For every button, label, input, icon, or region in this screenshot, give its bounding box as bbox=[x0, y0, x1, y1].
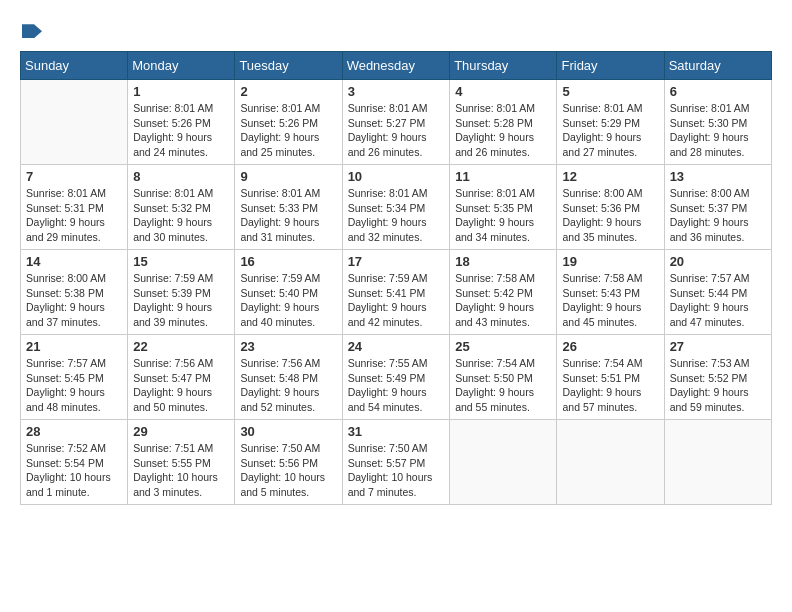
day-info: Sunrise: 8:00 AMSunset: 5:37 PMDaylight:… bbox=[670, 186, 766, 245]
calendar-day-cell: 19Sunrise: 7:58 AMSunset: 5:43 PMDayligh… bbox=[557, 250, 664, 335]
calendar-day-cell: 11Sunrise: 8:01 AMSunset: 5:35 PMDayligh… bbox=[450, 165, 557, 250]
calendar-day-cell: 9Sunrise: 8:01 AMSunset: 5:33 PMDaylight… bbox=[235, 165, 342, 250]
day-number: 31 bbox=[348, 424, 445, 439]
calendar-day-cell: 10Sunrise: 8:01 AMSunset: 5:34 PMDayligh… bbox=[342, 165, 450, 250]
calendar-day-cell bbox=[21, 80, 128, 165]
day-header-sunday: Sunday bbox=[21, 52, 128, 80]
calendar-day-cell: 7Sunrise: 8:01 AMSunset: 5:31 PMDaylight… bbox=[21, 165, 128, 250]
day-header-tuesday: Tuesday bbox=[235, 52, 342, 80]
calendar-day-cell: 13Sunrise: 8:00 AMSunset: 5:37 PMDayligh… bbox=[664, 165, 771, 250]
day-number: 16 bbox=[240, 254, 336, 269]
calendar-day-cell: 29Sunrise: 7:51 AMSunset: 5:55 PMDayligh… bbox=[128, 420, 235, 505]
day-number: 1 bbox=[133, 84, 229, 99]
day-info: Sunrise: 7:58 AMSunset: 5:43 PMDaylight:… bbox=[562, 271, 658, 330]
day-header-monday: Monday bbox=[128, 52, 235, 80]
calendar-day-cell bbox=[450, 420, 557, 505]
calendar-day-cell: 24Sunrise: 7:55 AMSunset: 5:49 PMDayligh… bbox=[342, 335, 450, 420]
day-number: 23 bbox=[240, 339, 336, 354]
calendar-day-cell: 20Sunrise: 7:57 AMSunset: 5:44 PMDayligh… bbox=[664, 250, 771, 335]
day-number: 22 bbox=[133, 339, 229, 354]
logo bbox=[20, 20, 42, 41]
day-number: 18 bbox=[455, 254, 551, 269]
day-number: 14 bbox=[26, 254, 122, 269]
day-info: Sunrise: 8:01 AMSunset: 5:35 PMDaylight:… bbox=[455, 186, 551, 245]
calendar-day-cell: 26Sunrise: 7:54 AMSunset: 5:51 PMDayligh… bbox=[557, 335, 664, 420]
calendar-day-cell: 22Sunrise: 7:56 AMSunset: 5:47 PMDayligh… bbox=[128, 335, 235, 420]
day-header-saturday: Saturday bbox=[664, 52, 771, 80]
day-number: 13 bbox=[670, 169, 766, 184]
day-info: Sunrise: 7:59 AMSunset: 5:39 PMDaylight:… bbox=[133, 271, 229, 330]
day-header-thursday: Thursday bbox=[450, 52, 557, 80]
day-info: Sunrise: 8:01 AMSunset: 5:29 PMDaylight:… bbox=[562, 101, 658, 160]
day-number: 15 bbox=[133, 254, 229, 269]
calendar-day-cell: 18Sunrise: 7:58 AMSunset: 5:42 PMDayligh… bbox=[450, 250, 557, 335]
logo-text bbox=[20, 20, 42, 41]
day-number: 26 bbox=[562, 339, 658, 354]
day-number: 3 bbox=[348, 84, 445, 99]
calendar-day-cell: 15Sunrise: 7:59 AMSunset: 5:39 PMDayligh… bbox=[128, 250, 235, 335]
day-info: Sunrise: 7:50 AMSunset: 5:57 PMDaylight:… bbox=[348, 441, 445, 500]
day-number: 9 bbox=[240, 169, 336, 184]
day-number: 19 bbox=[562, 254, 658, 269]
calendar-day-cell: 27Sunrise: 7:53 AMSunset: 5:52 PMDayligh… bbox=[664, 335, 771, 420]
day-info: Sunrise: 7:54 AMSunset: 5:50 PMDaylight:… bbox=[455, 356, 551, 415]
calendar-day-cell: 17Sunrise: 7:59 AMSunset: 5:41 PMDayligh… bbox=[342, 250, 450, 335]
day-info: Sunrise: 8:01 AMSunset: 5:26 PMDaylight:… bbox=[240, 101, 336, 160]
calendar-header-row: SundayMondayTuesdayWednesdayThursdayFrid… bbox=[21, 52, 772, 80]
calendar-day-cell: 2Sunrise: 8:01 AMSunset: 5:26 PMDaylight… bbox=[235, 80, 342, 165]
calendar-day-cell: 8Sunrise: 8:01 AMSunset: 5:32 PMDaylight… bbox=[128, 165, 235, 250]
calendar-day-cell: 4Sunrise: 8:01 AMSunset: 5:28 PMDaylight… bbox=[450, 80, 557, 165]
day-info: Sunrise: 7:57 AMSunset: 5:44 PMDaylight:… bbox=[670, 271, 766, 330]
calendar-day-cell: 23Sunrise: 7:56 AMSunset: 5:48 PMDayligh… bbox=[235, 335, 342, 420]
day-info: Sunrise: 8:01 AMSunset: 5:31 PMDaylight:… bbox=[26, 186, 122, 245]
day-number: 30 bbox=[240, 424, 336, 439]
day-header-wednesday: Wednesday bbox=[342, 52, 450, 80]
day-number: 6 bbox=[670, 84, 766, 99]
day-info: Sunrise: 7:55 AMSunset: 5:49 PMDaylight:… bbox=[348, 356, 445, 415]
day-info: Sunrise: 7:56 AMSunset: 5:47 PMDaylight:… bbox=[133, 356, 229, 415]
day-number: 7 bbox=[26, 169, 122, 184]
day-number: 20 bbox=[670, 254, 766, 269]
day-info: Sunrise: 7:54 AMSunset: 5:51 PMDaylight:… bbox=[562, 356, 658, 415]
page-header bbox=[20, 20, 772, 41]
day-header-friday: Friday bbox=[557, 52, 664, 80]
calendar-week-row: 28Sunrise: 7:52 AMSunset: 5:54 PMDayligh… bbox=[21, 420, 772, 505]
day-number: 11 bbox=[455, 169, 551, 184]
day-info: Sunrise: 8:01 AMSunset: 5:33 PMDaylight:… bbox=[240, 186, 336, 245]
calendar-week-row: 7Sunrise: 8:01 AMSunset: 5:31 PMDaylight… bbox=[21, 165, 772, 250]
calendar-day-cell: 1Sunrise: 8:01 AMSunset: 5:26 PMDaylight… bbox=[128, 80, 235, 165]
day-info: Sunrise: 8:01 AMSunset: 5:28 PMDaylight:… bbox=[455, 101, 551, 160]
day-number: 10 bbox=[348, 169, 445, 184]
calendar-day-cell: 25Sunrise: 7:54 AMSunset: 5:50 PMDayligh… bbox=[450, 335, 557, 420]
calendar-day-cell: 14Sunrise: 8:00 AMSunset: 5:38 PMDayligh… bbox=[21, 250, 128, 335]
day-number: 27 bbox=[670, 339, 766, 354]
day-info: Sunrise: 7:59 AMSunset: 5:41 PMDaylight:… bbox=[348, 271, 445, 330]
calendar-day-cell: 28Sunrise: 7:52 AMSunset: 5:54 PMDayligh… bbox=[21, 420, 128, 505]
day-number: 5 bbox=[562, 84, 658, 99]
day-info: Sunrise: 8:01 AMSunset: 5:32 PMDaylight:… bbox=[133, 186, 229, 245]
day-info: Sunrise: 7:56 AMSunset: 5:48 PMDaylight:… bbox=[240, 356, 336, 415]
calendar-day-cell: 30Sunrise: 7:50 AMSunset: 5:56 PMDayligh… bbox=[235, 420, 342, 505]
calendar-day-cell: 21Sunrise: 7:57 AMSunset: 5:45 PMDayligh… bbox=[21, 335, 128, 420]
day-info: Sunrise: 8:01 AMSunset: 5:26 PMDaylight:… bbox=[133, 101, 229, 160]
day-info: Sunrise: 7:58 AMSunset: 5:42 PMDaylight:… bbox=[455, 271, 551, 330]
day-info: Sunrise: 7:52 AMSunset: 5:54 PMDaylight:… bbox=[26, 441, 122, 500]
day-number: 28 bbox=[26, 424, 122, 439]
calendar-day-cell bbox=[664, 420, 771, 505]
day-info: Sunrise: 8:00 AMSunset: 5:38 PMDaylight:… bbox=[26, 271, 122, 330]
day-number: 4 bbox=[455, 84, 551, 99]
day-info: Sunrise: 8:00 AMSunset: 5:36 PMDaylight:… bbox=[562, 186, 658, 245]
calendar-week-row: 14Sunrise: 8:00 AMSunset: 5:38 PMDayligh… bbox=[21, 250, 772, 335]
calendar-day-cell bbox=[557, 420, 664, 505]
day-info: Sunrise: 8:01 AMSunset: 5:27 PMDaylight:… bbox=[348, 101, 445, 160]
day-number: 2 bbox=[240, 84, 336, 99]
day-info: Sunrise: 7:59 AMSunset: 5:40 PMDaylight:… bbox=[240, 271, 336, 330]
calendar-day-cell: 3Sunrise: 8:01 AMSunset: 5:27 PMDaylight… bbox=[342, 80, 450, 165]
calendar-day-cell: 12Sunrise: 8:00 AMSunset: 5:36 PMDayligh… bbox=[557, 165, 664, 250]
day-info: Sunrise: 7:51 AMSunset: 5:55 PMDaylight:… bbox=[133, 441, 229, 500]
calendar-day-cell: 31Sunrise: 7:50 AMSunset: 5:57 PMDayligh… bbox=[342, 420, 450, 505]
day-number: 24 bbox=[348, 339, 445, 354]
day-number: 12 bbox=[562, 169, 658, 184]
day-number: 25 bbox=[455, 339, 551, 354]
calendar-table: SundayMondayTuesdayWednesdayThursdayFrid… bbox=[20, 51, 772, 505]
